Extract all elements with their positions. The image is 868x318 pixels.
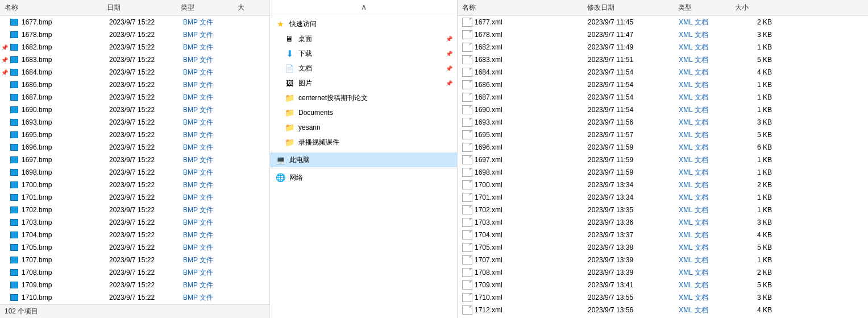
table-row[interactable]: 📌1683.bmp2023/9/7 15:22BMP 文件 xyxy=(0,53,269,66)
table-row[interactable]: 1683.xml2023/9/7 11:51XML 文档5 KB xyxy=(458,53,868,66)
file-date: 2023/9/7 13:41 xyxy=(583,281,674,289)
table-row[interactable]: 1710.bmp2023/9/7 15:22BMP 文件 xyxy=(0,291,269,304)
table-row[interactable]: 1687.xml2023/9/7 11:54XML 文档1 KB xyxy=(458,91,868,104)
table-row[interactable]: 1693.bmp2023/9/7 15:22BMP 文件 xyxy=(0,116,269,129)
table-row[interactable]: 1712.xml2023/9/7 13:56XML 文档4 KB xyxy=(458,304,868,316)
table-row[interactable]: 1677.xml2023/9/7 11:45XML 文档2 KB xyxy=(458,16,868,28)
table-row[interactable]: 1682.xml2023/9/7 11:49XML 文档1 KB xyxy=(458,41,868,53)
table-row[interactable]: 1678.xml2023/9/7 11:47XML 文档3 KB xyxy=(458,28,868,41)
file-date: 2023/9/7 11:59 xyxy=(583,156,674,164)
file-size: 1 KB xyxy=(731,168,776,176)
table-row[interactable]: 1704.xml2023/9/7 13:37XML 文档4 KB xyxy=(458,229,868,241)
nav-separator-2 xyxy=(270,168,457,169)
file-type: XML 文档 xyxy=(674,143,731,152)
file-name: 1705.xml xyxy=(472,243,583,251)
yesann-nav-item[interactable]: 📁 yesann xyxy=(270,120,457,135)
table-row[interactable]: 1700.xml2023/9/7 13:34XML 文档2 KB xyxy=(458,179,868,191)
file-date: 2023/9/7 13:34 xyxy=(583,193,674,201)
file-date: 2023/9/7 15:22 xyxy=(105,243,178,251)
file-date: 2023/9/7 11:47 xyxy=(583,31,674,39)
table-row[interactable]: 1710.xml2023/9/7 13:55XML 文档3 KB xyxy=(458,291,868,304)
table-row[interactable]: 1708.xml2023/9/7 13:39XML 文档2 KB xyxy=(458,266,868,279)
sort-up-icon[interactable]: ∧ xyxy=(361,2,367,11)
table-row[interactable]: 1698.xml2023/9/7 11:59XML 文档1 KB xyxy=(458,166,868,179)
pin-icon-pics: 📌 xyxy=(446,80,452,86)
table-row[interactable]: 1705.bmp2023/9/7 15:22BMP 文件 xyxy=(0,241,269,254)
table-row[interactable]: 1705.xml2023/9/7 13:38XML 文档5 KB xyxy=(458,241,868,254)
video-nav-item[interactable]: 📁 录播视频课件 xyxy=(270,135,457,150)
table-row[interactable]: 📌1684.bmp2023/9/7 15:22BMP 文件 xyxy=(0,66,269,79)
table-row[interactable]: 1700.bmp2023/9/7 15:22BMP 文件 xyxy=(0,179,269,191)
xml-file-icon xyxy=(462,305,472,315)
table-row[interactable]: 1707.xml2023/9/7 13:39XML 文档1 KB xyxy=(458,254,868,266)
table-row[interactable]: 1697.bmp2023/9/7 15:22BMP 文件 xyxy=(0,154,269,166)
table-row[interactable]: 1678.bmp2023/9/7 15:22BMP 文件 xyxy=(0,28,269,41)
table-row[interactable]: 1690.xml2023/9/7 11:54XML 文档1 KB xyxy=(458,104,868,116)
xml-file-icon xyxy=(462,55,472,64)
table-row[interactable]: 1704.bmp2023/9/7 15:22BMP 文件 xyxy=(0,229,269,241)
this-pc-item[interactable]: 💻 此电脑 xyxy=(270,152,457,167)
file-name: 1701.bmp xyxy=(19,193,105,201)
bmp-file-icon xyxy=(9,81,19,88)
table-row[interactable]: 1709.xml2023/9/7 13:41XML 文档5 KB xyxy=(458,279,868,291)
table-row[interactable]: 1695.bmp2023/9/7 15:22BMP 文件 xyxy=(0,129,269,141)
file-date: 2023/9/7 11:59 xyxy=(583,168,674,176)
docs-label: 文档 xyxy=(298,64,312,73)
table-row[interactable]: 1701.xml2023/9/7 13:34XML 文档1 KB xyxy=(458,191,868,204)
table-row[interactable]: 1697.xml2023/9/7 11:59XML 文档1 KB xyxy=(458,154,868,166)
download-icon: ⬇ xyxy=(284,48,295,59)
file-type: BMP 文件 xyxy=(178,293,235,303)
right-file-list[interactable]: 1677.xml2023/9/7 11:45XML 文档2 KB1678.xml… xyxy=(458,16,868,318)
table-row[interactable]: 1701.bmp2023/9/7 15:22BMP 文件 xyxy=(0,191,269,204)
file-date: 2023/9/7 13:56 xyxy=(583,306,674,314)
table-row[interactable]: 1707.bmp2023/9/7 15:22BMP 文件 xyxy=(0,254,269,266)
file-name: 1690.bmp xyxy=(19,106,105,114)
file-date: 2023/9/7 13:38 xyxy=(583,243,674,251)
table-row[interactable]: 1687.bmp2023/9/7 15:22BMP 文件 xyxy=(0,91,269,104)
file-type: BMP 文件 xyxy=(178,143,235,152)
table-row[interactable]: 1709.bmp2023/9/7 15:22BMP 文件 xyxy=(0,279,269,291)
xml-file-icon xyxy=(462,155,472,164)
file-name: 1686.bmp xyxy=(19,81,105,89)
table-row[interactable]: 1684.xml2023/9/7 11:54XML 文档4 KB xyxy=(458,66,868,79)
file-name: 1682.xml xyxy=(472,43,583,51)
table-row[interactable]: 1690.bmp2023/9/7 15:22BMP 文件 xyxy=(0,104,269,116)
file-name: 1703.bmp xyxy=(19,218,105,226)
centernet-nav-item[interactable]: 📁 centernet投稿期刊论文 xyxy=(270,90,457,105)
table-row[interactable]: 1696.bmp2023/9/7 15:22BMP 文件 xyxy=(0,141,269,154)
xml-file-icon xyxy=(462,218,472,227)
left-file-list[interactable]: 1677.bmp2023/9/7 15:22BMP 文件1678.bmp2023… xyxy=(0,16,269,304)
table-row[interactable]: 1677.bmp2023/9/7 15:22BMP 文件 xyxy=(0,16,269,28)
file-type: XML 文档 xyxy=(674,180,731,190)
file-name: 1683.xml xyxy=(472,56,583,64)
right-col-type: 类型 xyxy=(674,1,730,14)
pictures-nav-item[interactable]: 🖼 图片 📌 xyxy=(270,76,457,90)
file-date: 2023/9/7 11:59 xyxy=(583,143,674,151)
documents-nav-item[interactable]: 📁 Documents xyxy=(270,105,457,120)
table-row[interactable]: 1698.bmp2023/9/7 15:22BMP 文件 xyxy=(0,166,269,179)
docs-nav-item[interactable]: 📄 文档 📌 xyxy=(270,61,457,76)
documents-label: Documents xyxy=(298,109,333,117)
table-row[interactable]: 1686.bmp2023/9/7 15:22BMP 文件 xyxy=(0,79,269,91)
table-row[interactable]: 1696.xml2023/9/7 11:59XML 文档6 KB xyxy=(458,141,868,154)
xml-file-icon xyxy=(462,243,472,252)
table-row[interactable]: 1703.bmp2023/9/7 15:22BMP 文件 xyxy=(0,216,269,229)
table-row[interactable]: 📌1682.bmp2023/9/7 15:22BMP 文件 xyxy=(0,41,269,53)
table-row[interactable]: 1702.xml2023/9/7 13:35XML 文档1 KB xyxy=(458,204,868,216)
file-type: BMP 文件 xyxy=(178,43,235,52)
file-type: XML 文档 xyxy=(674,230,731,240)
folder-icon-video: 📁 xyxy=(284,137,295,148)
desktop-nav-item[interactable]: 🖥 桌面 📌 xyxy=(270,31,457,46)
file-date: 2023/9/7 13:39 xyxy=(583,269,674,276)
table-row[interactable]: 1693.xml2023/9/7 11:56XML 文档3 KB xyxy=(458,116,868,129)
file-date: 2023/9/7 15:22 xyxy=(105,218,178,226)
table-row[interactable]: 1695.xml2023/9/7 11:57XML 文档5 KB xyxy=(458,129,868,141)
download-nav-item[interactable]: ⬇ 下载 📌 xyxy=(270,46,457,61)
table-row[interactable]: 1702.bmp2023/9/7 15:22BMP 文件 xyxy=(0,204,269,216)
table-row[interactable]: 1686.xml2023/9/7 11:54XML 文档1 KB xyxy=(458,79,868,91)
network-item[interactable]: 🌐 网络 xyxy=(270,170,457,185)
file-type: BMP 文件 xyxy=(178,118,235,127)
table-row[interactable]: 1703.xml2023/9/7 13:36XML 文档3 KB xyxy=(458,216,868,229)
quick-access-item[interactable]: ★ 快速访问 xyxy=(270,16,457,31)
table-row[interactable]: 1708.bmp2023/9/7 15:22BMP 文件 xyxy=(0,266,269,279)
